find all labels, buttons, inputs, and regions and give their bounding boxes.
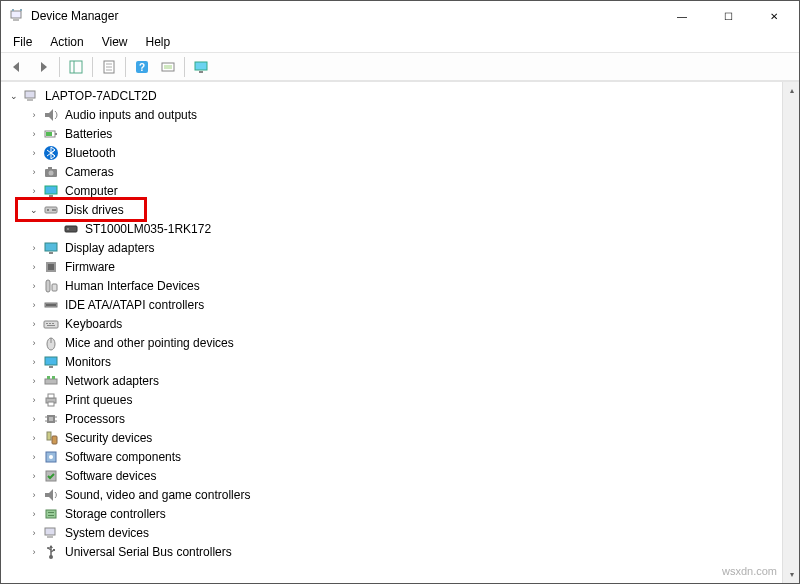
tree-category[interactable]: ›Print queues [5, 390, 799, 409]
svg-rect-4 [70, 61, 82, 73]
menu-file[interactable]: File [5, 33, 40, 51]
back-button[interactable] [5, 55, 29, 79]
expand-icon[interactable]: › [27, 526, 41, 540]
show-hide-tree-button[interactable] [64, 55, 88, 79]
expand-icon[interactable]: › [27, 507, 41, 521]
tree-category-label: Firmware [63, 259, 117, 275]
svg-text:?: ? [139, 62, 145, 73]
expand-icon[interactable]: › [27, 260, 41, 274]
firmware-icon [43, 259, 59, 275]
camera-icon [43, 164, 59, 180]
svg-rect-51 [47, 376, 50, 379]
tree-category-label: Universal Serial Bus controllers [63, 544, 234, 560]
svg-rect-2 [12, 9, 14, 11]
expand-icon[interactable]: › [27, 374, 41, 388]
svg-rect-33 [45, 243, 57, 251]
svg-rect-27 [49, 195, 53, 197]
tree-category[interactable]: ›Processors [5, 409, 799, 428]
tree-category[interactable]: ›Batteries [5, 124, 799, 143]
expand-icon[interactable]: › [27, 146, 41, 160]
forward-button[interactable] [31, 55, 55, 79]
tree-category[interactable]: ›Firmware [5, 257, 799, 276]
scroll-up-button[interactable]: ▴ [783, 82, 799, 99]
minimize-button[interactable]: — [659, 1, 705, 31]
expand-icon[interactable]: › [27, 545, 41, 559]
properties-button[interactable] [97, 55, 121, 79]
tree-root[interactable]: ⌄LAPTOP-7ADCLT2D [5, 86, 799, 105]
expand-icon[interactable]: › [27, 336, 41, 350]
audio-icon [43, 107, 59, 123]
svg-rect-62 [47, 432, 51, 440]
menu-view[interactable]: View [94, 33, 136, 51]
svg-marker-76 [49, 545, 53, 548]
svg-rect-55 [48, 402, 54, 406]
tree-category[interactable]: ›Cameras [5, 162, 799, 181]
keyboard-icon [43, 316, 59, 332]
expand-icon[interactable]: › [27, 127, 41, 141]
tree-category[interactable]: ›Keyboards [5, 314, 799, 333]
menu-action[interactable]: Action [42, 33, 91, 51]
expand-icon[interactable]: › [27, 393, 41, 407]
tree-device-label: ST1000LM035-1RK172 [83, 221, 213, 237]
help-button[interactable]: ? [130, 55, 154, 79]
vertical-scrollbar[interactable]: ▴ ▾ [782, 82, 799, 583]
svg-rect-72 [47, 536, 53, 538]
tree-category[interactable]: ›Storage controllers [5, 504, 799, 523]
svg-rect-49 [49, 366, 53, 368]
tree-category[interactable]: ›Audio inputs and outputs [5, 105, 799, 124]
watermark: wsxdn.com [722, 565, 777, 577]
expand-icon[interactable]: › [27, 279, 41, 293]
svg-rect-52 [52, 376, 55, 379]
expand-icon[interactable]: › [27, 108, 41, 122]
tree-device[interactable]: ST1000LM035-1RK172 [5, 219, 799, 238]
tree-category[interactable]: ›Software devices [5, 466, 799, 485]
expand-icon[interactable]: › [27, 450, 41, 464]
processor-icon [43, 411, 59, 427]
expand-icon[interactable]: › [27, 241, 41, 255]
svg-rect-45 [47, 325, 55, 326]
close-button[interactable]: ✕ [751, 1, 797, 31]
expand-icon[interactable]: › [27, 165, 41, 179]
expand-icon[interactable]: › [27, 469, 41, 483]
tree-category[interactable]: ›Network adapters [5, 371, 799, 390]
svg-rect-54 [48, 394, 54, 398]
tree-category[interactable]: ›Monitors [5, 352, 799, 371]
maximize-button[interactable]: ☐ [705, 1, 751, 31]
tree-category[interactable]: ›Sound, video and game controllers [5, 485, 799, 504]
expand-icon[interactable]: › [27, 355, 41, 369]
tree-category[interactable]: ⌄Disk drives [5, 200, 799, 219]
expand-icon[interactable]: › [27, 412, 41, 426]
tree-category[interactable]: ›Security devices [5, 428, 799, 447]
svg-rect-0 [11, 11, 21, 18]
tree-category[interactable]: ›Mice and other pointing devices [5, 333, 799, 352]
expand-icon[interactable]: › [27, 431, 41, 445]
tree-category[interactable]: ›IDE ATA/ATAPI controllers [5, 295, 799, 314]
expand-icon[interactable]: › [27, 317, 41, 331]
expand-icon[interactable]: › [27, 488, 41, 502]
expand-icon[interactable]: › [27, 184, 41, 198]
expand-icon[interactable]: › [27, 298, 41, 312]
menu-help[interactable]: Help [138, 33, 179, 51]
tree-category-label: Mice and other pointing devices [63, 335, 236, 351]
tree-category[interactable]: ›Software components [5, 447, 799, 466]
tree-category[interactable]: ›Bluetooth [5, 143, 799, 162]
toolbar-separator [59, 57, 60, 77]
monitor-button[interactable] [189, 55, 213, 79]
tree-category[interactable]: ›Computer [5, 181, 799, 200]
device-tree[interactable]: ⌄LAPTOP-7ADCLT2D›Audio inputs and output… [1, 82, 799, 565]
usb-icon [43, 544, 59, 560]
svg-rect-37 [46, 280, 50, 292]
svg-point-24 [49, 170, 54, 175]
expand-icon[interactable]: ⌄ [7, 89, 21, 103]
monitor-icon [43, 354, 59, 370]
tree-category[interactable]: ›System devices [5, 523, 799, 542]
tree-category-label: Network adapters [63, 373, 161, 389]
scroll-down-button[interactable]: ▾ [783, 566, 799, 583]
svg-rect-71 [45, 528, 55, 535]
tree-category-label: Bluetooth [63, 145, 118, 161]
scan-hardware-button[interactable] [156, 55, 180, 79]
collapse-icon[interactable]: ⌄ [27, 203, 41, 217]
tree-category[interactable]: ›Display adapters [5, 238, 799, 257]
tree-category[interactable]: ›Human Interface Devices [5, 276, 799, 295]
tree-category[interactable]: ›Universal Serial Bus controllers [5, 542, 799, 561]
